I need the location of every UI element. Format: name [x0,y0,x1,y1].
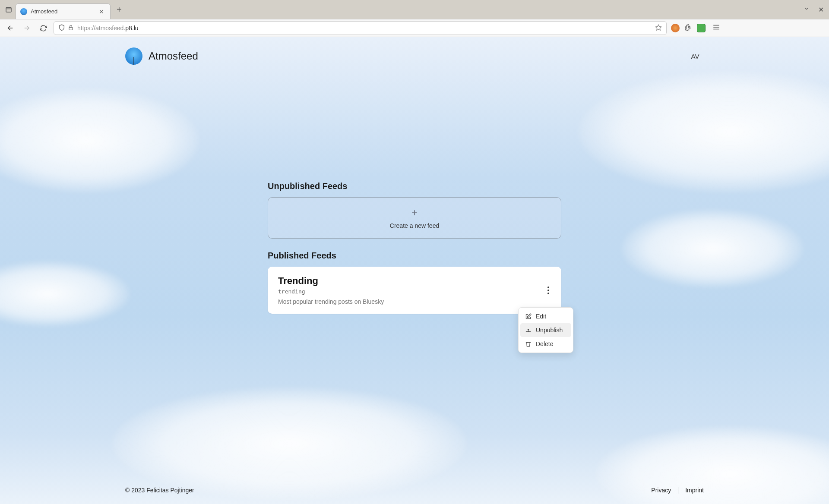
create-feed-label: Create a new feed [390,222,439,229]
cloud-decoration [0,261,130,326]
cloud-decoration [622,210,803,287]
forward-button[interactable] [21,22,33,34]
back-button[interactable] [4,22,16,34]
dropdown-delete-label: Delete [536,340,553,347]
unpublish-icon [525,327,532,334]
dropdown-edit-label: Edit [536,313,546,320]
create-feed-button[interactable]: + Create a new feed [268,197,561,239]
tab-title: Atmosfeed [31,8,94,15]
tab-close-button[interactable]: ✕ [97,8,106,15]
tab-bar: Atmosfeed ✕ + ✕ [0,0,829,19]
bookmark-star-icon[interactable] [655,24,662,32]
feed-dropdown-menu: Edit Unpublish Delete [518,307,573,353]
tab-favicon-icon [20,8,27,15]
feed-name: Trending [278,275,551,287]
published-section-title: Published Feeds [268,251,561,261]
app-logo-icon [125,47,142,65]
extension-icon[interactable] [697,24,706,32]
dropdown-unpublish[interactable]: Unpublish [520,323,571,337]
tabs-dropdown-icon[interactable] [802,4,811,15]
url-text: https://atmosfeed.p8.lu [77,25,139,32]
footer-copyright: © 2023 Felicitas Pojtinger [125,487,194,494]
browser-tab[interactable]: Atmosfeed ✕ [16,3,111,19]
feed-card[interactable]: Trending trending Most popular trending … [268,267,561,314]
app-header: Atmosfeed AV [0,37,829,65]
svg-rect-0 [6,8,11,13]
svg-rect-1 [69,27,73,30]
svg-marker-2 [655,25,661,30]
new-tab-button[interactable]: + [112,5,126,15]
dropdown-delete[interactable]: Delete [520,337,571,351]
dropdown-edit[interactable]: Edit [520,309,571,323]
browser-chrome: Atmosfeed ✕ + ✕ https://atmosfeed.p8.lu [0,0,829,37]
footer-privacy-link[interactable]: Privacy [651,487,671,494]
dropdown-unpublish-label: Unpublish [536,327,563,334]
menu-button[interactable] [710,23,723,33]
main-content: Unpublished Feeds + Create a new feed Pu… [268,181,561,314]
edit-icon [525,313,532,320]
footer: © 2023 Felicitas Pojtinger Privacy Impri… [0,478,829,504]
unpublished-section-title: Unpublished Feeds [268,181,561,191]
cloud-decoration [579,72,829,192]
extension-icon[interactable] [671,24,680,32]
cloud-decoration [0,89,199,192]
footer-imprint-link[interactable]: Imprint [685,487,704,494]
app-title: Atmosfeed [149,50,198,62]
footer-separator [678,487,678,494]
browser-toolbar: https://atmosfeed.p8.lu [0,19,829,37]
recent-tabs-icon[interactable] [3,4,14,15]
feed-slug: trending [278,288,551,295]
feed-menu-button[interactable] [545,283,552,298]
shield-icon[interactable] [58,24,65,32]
page-content: Atmosfeed AV Unpublished Feeds + Create … [0,37,829,504]
user-avatar[interactable]: AV [687,47,704,65]
reload-button[interactable] [37,22,49,34]
lock-icon[interactable] [68,25,74,32]
feed-description: Most popular trending posts on Bluesky [278,298,551,305]
trash-icon [525,341,532,347]
extensions-puzzle-icon[interactable] [684,24,693,32]
url-bar[interactable]: https://atmosfeed.p8.lu [54,21,667,35]
plus-icon: + [411,207,418,219]
window-close-button[interactable]: ✕ [816,4,826,16]
